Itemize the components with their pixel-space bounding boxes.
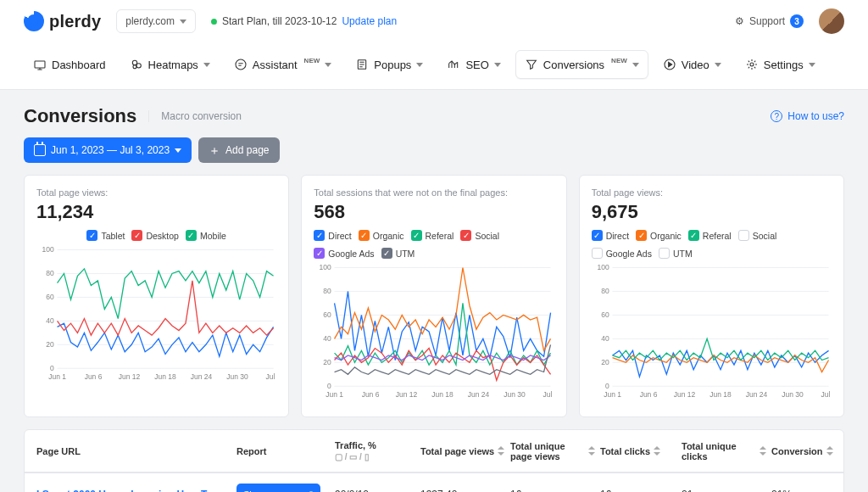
legend-item[interactable]: Google Ads bbox=[592, 248, 652, 259]
th-unique-clicks[interactable]: Total unique clicks bbox=[682, 441, 766, 461]
add-page-label: Add page bbox=[225, 144, 269, 156]
nav-label: Assistant bbox=[253, 59, 298, 71]
svg-text:Jun 6: Jun 6 bbox=[639, 390, 657, 399]
brand-mark-icon bbox=[24, 11, 44, 31]
nav-video[interactable]: Video bbox=[654, 50, 731, 79]
legend-item[interactable]: UTM bbox=[659, 248, 693, 259]
heatmaps-icon bbox=[130, 58, 143, 71]
dashboard-icon bbox=[33, 58, 47, 71]
svg-text:80: 80 bbox=[46, 269, 54, 277]
settings-icon bbox=[745, 58, 759, 71]
nav-label: Video bbox=[682, 59, 709, 71]
svg-text:Jul 1: Jul 1 bbox=[543, 390, 554, 399]
nav-dashboard[interactable]: Dashboard bbox=[24, 50, 115, 79]
svg-point-4 bbox=[236, 59, 246, 70]
row-url[interactable]: I Spent 2000 Hours Learning How To Learn… bbox=[36, 489, 231, 493]
user-avatar[interactable] bbox=[819, 8, 844, 34]
show-on-page-button[interactable]: Show on page ↗ bbox=[236, 484, 320, 492]
row-conversion: 21% bbox=[771, 489, 839, 493]
row-views: 1337.40 bbox=[420, 489, 505, 493]
legend-item[interactable]: ✓Referal bbox=[688, 230, 732, 241]
chevron-down-icon bbox=[809, 63, 815, 67]
legend-item[interactable]: ✓Referal bbox=[411, 230, 454, 241]
svg-point-7 bbox=[750, 63, 754, 66]
legend-item[interactable]: ✓Social bbox=[460, 230, 499, 241]
plan-text: Start Plan, till 2023-10-12 bbox=[222, 15, 337, 27]
status-dot-icon bbox=[211, 19, 217, 25]
svg-point-3 bbox=[133, 65, 136, 69]
chart-value: 568 bbox=[314, 201, 554, 223]
svg-text:Jul 1: Jul 1 bbox=[266, 372, 277, 381]
nav-heatmaps[interactable]: Heatmaps bbox=[120, 50, 220, 79]
svg-text:Jun 12: Jun 12 bbox=[119, 372, 141, 381]
date-range-picker[interactable]: Jun 1, 2023 — Jul 3, 2023 bbox=[24, 137, 192, 163]
support-button[interactable]: ⚙ Support 3 bbox=[735, 14, 804, 28]
legend-item[interactable]: ✓Google Ads bbox=[314, 248, 374, 259]
legend-item[interactable]: ✓Tablet bbox=[86, 230, 125, 241]
conversions-icon bbox=[525, 58, 538, 71]
legend-item[interactable]: ✓Direct bbox=[314, 230, 351, 241]
legend-item[interactable]: ✓UTM bbox=[381, 248, 415, 259]
nav-seo[interactable]: SEO bbox=[437, 50, 509, 79]
legend-item[interactable]: ✓Mobile bbox=[186, 230, 226, 241]
nav-settings[interactable]: Settings bbox=[736, 50, 825, 79]
th-clicks[interactable]: Total clicks bbox=[600, 446, 676, 456]
new-badge: NEW bbox=[304, 57, 320, 64]
add-page-button[interactable]: ＋ Add page bbox=[198, 137, 279, 163]
nav-assistant[interactable]: Assistant NEW bbox=[225, 50, 341, 79]
th-conversion[interactable]: Conversion bbox=[771, 446, 839, 456]
th-views[interactable]: Total page views bbox=[420, 446, 505, 456]
help-icon: ? bbox=[771, 110, 782, 122]
svg-text:40: 40 bbox=[324, 334, 332, 343]
svg-text:Jun 12: Jun 12 bbox=[673, 390, 695, 399]
nav-label: SEO bbox=[465, 59, 488, 71]
line-chart: 020406080100Jun 1Jun 6Jun 12Jun 18Jun 24… bbox=[592, 260, 832, 405]
seo-icon bbox=[447, 58, 460, 71]
how-to-use-link[interactable]: ? How to use? bbox=[771, 110, 844, 122]
device-icons: ▢ / ▭ / ▯ bbox=[335, 452, 415, 461]
nav-label: Conversions bbox=[543, 59, 604, 71]
legend-item[interactable]: Social bbox=[738, 230, 777, 241]
svg-text:100: 100 bbox=[597, 263, 609, 271]
svg-text:Jun 18: Jun 18 bbox=[709, 390, 732, 399]
date-range-label: Jun 1, 2023 — Jul 3, 2023 bbox=[51, 144, 170, 156]
legend-item[interactable]: ✓Organic bbox=[359, 230, 404, 241]
chart-label: Total page views: bbox=[592, 187, 832, 198]
legend-item[interactable]: ✓Direct bbox=[592, 230, 629, 241]
svg-text:Jun 24: Jun 24 bbox=[191, 372, 213, 381]
support-icon: ⚙ bbox=[735, 15, 744, 27]
th-report: Report bbox=[236, 446, 330, 456]
svg-point-2 bbox=[136, 64, 141, 68]
legend-item[interactable]: ✓Organic bbox=[636, 230, 682, 241]
svg-text:20: 20 bbox=[601, 358, 609, 366]
nav-label: Popups bbox=[374, 59, 411, 71]
line-chart: 020406080100Jun 1Jun 6Jun 12Jun 18Jun 24… bbox=[314, 260, 554, 405]
brand-name: plerdy bbox=[49, 12, 101, 31]
domain-value: plerdy.com bbox=[125, 15, 175, 27]
legend-item[interactable]: ✓Desktop bbox=[131, 230, 179, 241]
chart-label: Total sessions that were not on the fina… bbox=[314, 187, 554, 198]
th-unique-views[interactable]: Total unique page views bbox=[510, 441, 595, 461]
calendar-icon bbox=[34, 144, 46, 156]
svg-text:Jun 6: Jun 6 bbox=[85, 372, 103, 381]
page-body: Conversions Macro conversion ? How to us… bbox=[0, 90, 868, 492]
nav-label: Heatmaps bbox=[148, 59, 198, 71]
svg-text:Jun 1: Jun 1 bbox=[48, 372, 66, 381]
update-plan-link[interactable]: Update plan bbox=[342, 15, 397, 27]
svg-rect-0 bbox=[35, 61, 45, 68]
domain-select[interactable]: plerdy.com bbox=[116, 9, 196, 33]
svg-text:0: 0 bbox=[605, 382, 609, 390]
new-badge: NEW bbox=[611, 57, 627, 64]
svg-text:Jul 1: Jul 1 bbox=[821, 390, 832, 399]
svg-text:100: 100 bbox=[320, 263, 331, 271]
chart-legend: ✓Direct✓Organic✓ReferalSocialGoogle AdsU… bbox=[592, 230, 832, 259]
svg-text:Jun 18: Jun 18 bbox=[432, 390, 454, 399]
svg-text:20: 20 bbox=[46, 340, 54, 349]
checkbox-icon bbox=[738, 230, 749, 241]
nav-conversions[interactable]: Conversions NEW bbox=[515, 50, 648, 79]
checkbox-icon: ✓ bbox=[314, 230, 325, 241]
plan-info: Start Plan, till 2023-10-12 Update plan bbox=[211, 15, 397, 27]
support-count-badge: 3 bbox=[790, 14, 804, 28]
nav-popups[interactable]: Popups bbox=[346, 50, 432, 79]
page-title: Conversions bbox=[24, 105, 136, 127]
